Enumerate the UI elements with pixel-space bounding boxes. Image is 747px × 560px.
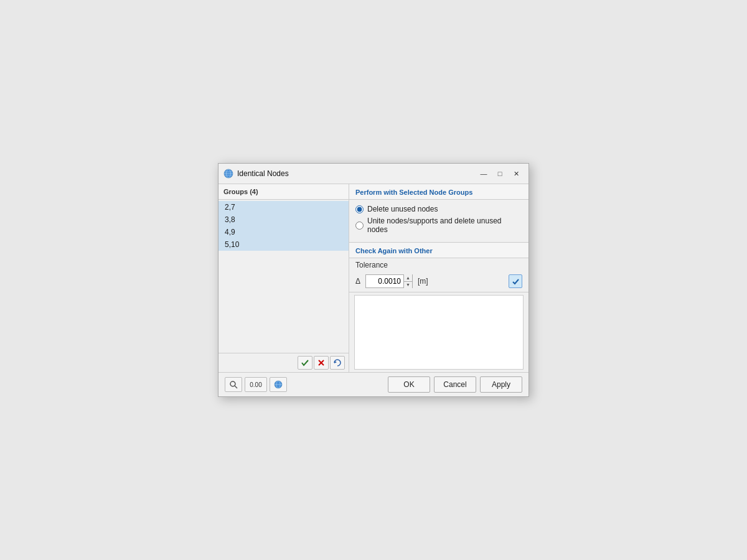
tolerance-input-group: ▲ ▼	[365, 274, 413, 288]
radio-row-unite: Unite nodes/supports and delete unused n…	[355, 217, 522, 234]
right-panel: Perform with Selected Node Groups Delete…	[349, 184, 529, 372]
minimize-button[interactable]: —	[476, 167, 491, 180]
perform-section-content: Delete unused nodes Unite nodes/supports…	[349, 200, 529, 243]
dialog-icon	[223, 169, 233, 179]
delete-unused-radio[interactable]	[355, 205, 364, 213]
tolerance-label-text: Tolerance	[349, 258, 529, 271]
dialog-body: Groups (4) 2,7 3,8 4,9 5,10	[218, 184, 529, 372]
refresh-button[interactable]	[330, 356, 345, 370]
perform-section-title: Perform with Selected Node Groups	[349, 184, 529, 200]
search-footer-button[interactable]	[225, 377, 242, 392]
unit-label: [m]	[418, 277, 428, 286]
footer-buttons: OK Cancel Apply	[388, 376, 522, 393]
window-controls: — □ ✕	[476, 167, 524, 180]
unite-nodes-label[interactable]: Unite nodes/supports and delete unused n…	[367, 217, 522, 234]
delete-unused-label[interactable]: Delete unused nodes	[367, 205, 438, 213]
ok-button[interactable]: OK	[388, 376, 430, 393]
search-icon	[229, 380, 238, 389]
results-area	[354, 295, 524, 370]
left-toolbar	[218, 353, 349, 372]
globe-footer-icon	[274, 380, 283, 389]
check-again-section: Check Again with Other Tolerance Δ ▲ ▼ […	[349, 243, 529, 292]
list-item[interactable]: 5,10	[218, 238, 349, 251]
dialog-footer: 0.00 OK Cancel Apply	[218, 372, 529, 396]
groups-header: Groups (4)	[218, 184, 349, 200]
unite-nodes-radio[interactable]	[355, 222, 364, 230]
globe-footer-button[interactable]	[270, 377, 287, 392]
apply-check-icon	[512, 278, 520, 286]
count-label: 0.00	[250, 381, 261, 388]
close-button[interactable]: ✕	[509, 167, 524, 180]
x-icon	[317, 358, 326, 367]
spin-up-button[interactable]: ▲	[404, 274, 412, 282]
tolerance-input[interactable]	[366, 275, 403, 287]
select-all-button[interactable]	[298, 356, 312, 370]
dialog-title: Identical Nodes	[237, 169, 472, 178]
checkmark-icon	[301, 358, 309, 367]
delta-symbol: Δ	[355, 277, 360, 286]
list-item[interactable]: 2,7	[218, 201, 349, 213]
list-item[interactable]: 4,9	[218, 226, 349, 238]
cancel-button[interactable]: Cancel	[434, 376, 476, 393]
check-again-title: Check Again with Other	[349, 243, 529, 258]
left-panel: Groups (4) 2,7 3,8 4,9 5,10	[218, 184, 349, 372]
spin-down-button[interactable]: ▼	[404, 282, 412, 289]
spinner-buttons: ▲ ▼	[403, 274, 412, 288]
svg-marker-7	[334, 361, 337, 363]
footer-left-icons: 0.00	[225, 377, 384, 392]
svg-line-9	[235, 386, 237, 388]
refresh-icon	[333, 358, 342, 367]
groups-list: 2,7 3,8 4,9 5,10	[218, 200, 349, 353]
count-footer-button[interactable]: 0.00	[245, 377, 267, 392]
identical-nodes-dialog: Identical Nodes — □ ✕ Groups (4) 2,7 3,8…	[218, 163, 529, 397]
apply-button[interactable]: Apply	[480, 376, 522, 393]
tolerance-row: Δ ▲ ▼ [m]	[349, 271, 529, 292]
svg-point-8	[230, 381, 235, 386]
maximize-button[interactable]: □	[492, 167, 507, 180]
radio-row-delete: Delete unused nodes	[355, 205, 522, 213]
title-bar: Identical Nodes — □ ✕	[218, 164, 529, 184]
list-item[interactable]: 3,8	[218, 213, 349, 226]
check-apply-button[interactable]	[509, 274, 522, 288]
deselect-button[interactable]	[314, 356, 329, 370]
